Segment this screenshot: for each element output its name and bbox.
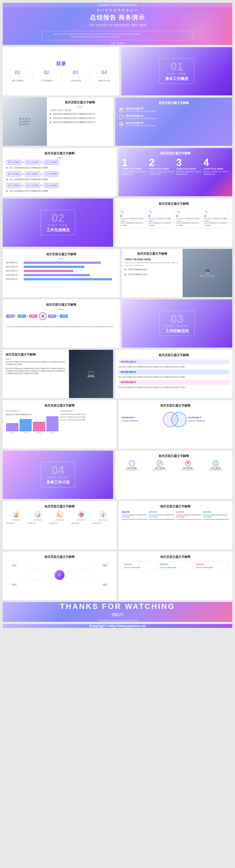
toc-line-2 <box>34 77 59 77</box>
card-title-2: 02 <box>148 215 171 217</box>
section-title-3: 相关页面主题文字解释 <box>50 100 110 104</box>
section-title-9: 相关页面主题文字解释 <box>125 252 180 256</box>
card-detail-3: 内容文字解释内容文字解释内容文字解释 <box>176 222 199 227</box>
chart-area: 稿关页面主题文字 解释内容文字解释内容解释内容文字 2014 2015 <box>6 410 58 434</box>
chart-desc: 解释内容文字解释内容解释内容文字 <box>6 413 58 416</box>
section-title-16: 相关页面主题文字解释 <box>6 504 113 508</box>
badge-text-3: 相关内容文字解释内容文字解释内容相关内容文字解释内容文字解释内容相关内容文字解释 <box>119 386 229 389</box>
bar-fill-5 <box>24 278 112 280</box>
photo-side: 🖥️ PPTSTORE <box>183 249 232 297</box>
gear-icon: ⚙ <box>39 312 47 320</box>
row-6: 相关页面主题文字解释 相关内容文字 相关内容文字 相关内容文字 相关内容文字 <box>3 249 232 297</box>
gear-box-text-5: 步骤5 <box>61 315 66 317</box>
card-underline-4 <box>204 221 210 221</box>
photo-placeholder: 🖥️ PPTSTORE <box>200 268 215 278</box>
inf-item-4: 🎯 稿关页面主题 <box>71 511 92 521</box>
bar-chart-bars: 2014 2015 2016 2017 <box>6 417 58 434</box>
icon-c1: 📄 <box>129 460 135 466</box>
row-4: 相关页面主题文字解释 进入人的初级 ▶ 进入人的初级 ▶ 进入人的初级 进入人的… <box>3 148 232 196</box>
process-arrow-1: ▶ <box>22 161 24 163</box>
process-arrow-6: ▶ <box>41 184 43 187</box>
num-text-3: 相关内容文字解释内容文字解释内容解释相关内容 <box>176 170 202 176</box>
process-items: 进入人的初级 ▶ 进入人的初级 ▶ 进入人的初级 进入人的初级相关内容文字解释内… <box>6 160 113 192</box>
svg-line-3 <box>60 575 97 583</box>
row-7: 相关页面主题文字解释 步骤1 ▶ 步骤2 ▶ 步骤3 <box>3 299 232 348</box>
final-card-3: 稿关页面 相关内容文字解释内容解释 <box>194 561 229 570</box>
badge-purple: 稿关页面主题文字 <box>119 360 229 364</box>
overlap-c2: 右 <box>171 412 186 427</box>
keyboard-image-side <box>3 98 47 146</box>
process-arrow-2: ▶ <box>41 161 43 163</box>
icon-card-3: 📅 TEXT WORD 内容文字解释内容文字 <box>175 460 201 470</box>
toc-item-2: 02 工作完成情况 <box>34 70 59 82</box>
accent-line-3 <box>77 107 83 107</box>
inf-label-1: 稿关页面主题 <box>12 519 21 521</box>
part04-title: 未来工作计划 <box>46 480 69 485</box>
inf-desc-text-3: 相关文字内容 <box>49 522 70 524</box>
process-row-1: 进入人的初级 ▶ 进入人的初级 ▶ 进入人的初级 <box>6 160 113 165</box>
toc-label-1: 基本工作概述 <box>12 80 24 82</box>
col-t-title-2: 稿关页面 <box>149 511 175 514</box>
inf-icon-4: 🎯 <box>78 511 85 519</box>
badge-text-2: 相关内容文字解释内容文字解释内容相关内容文字解释内容文字解释内容相关内容文字解释 <box>119 376 229 378</box>
bar-row-2: 相关内容文字 <box>6 266 116 268</box>
process-box-8: 进入人的初级 <box>25 183 40 188</box>
col-t-text-1: 相关内容文字解释内容文字解释内容相关内容文字解释 <box>122 514 148 518</box>
icon-desc-1: 相关内容文字解释内容文字解释内容解释 <box>126 110 155 113</box>
process-arrow-4: ▶ <box>41 173 43 175</box>
info-text-1: 相关内容文字解释相关内容文字解释相关内容文字 <box>53 113 95 116</box>
gear-arr-3: ▶ <box>57 315 59 317</box>
icon-c2-text: 内容文字解释内容文字 <box>153 469 167 470</box>
gear-arr-1: ▶ <box>15 315 17 317</box>
toc-label-4: 未来工作计划 <box>98 80 110 82</box>
pptstore-label: PPTSTORE <box>200 275 215 278</box>
badge-text-1: 相关内容文字解释内容文字解释内容相关内容文字解释内容文字解释内容相关内容文字解释 <box>119 366 229 368</box>
year-2016: 2016 <box>37 432 41 434</box>
venn-circles: 左 右 <box>165 410 186 429</box>
process-desc-3: 进入人的初级相关内容文字解释内容文字解释 <box>6 190 113 192</box>
bar-label-1: 相关内容文字 <box>6 261 23 264</box>
card-title-1: 01 <box>120 215 143 217</box>
part01-title: 基本工作概述 <box>165 76 188 81</box>
slide-part04: 04 PART FOUR 未来工作计划 <box>3 451 113 499</box>
slide-numbers-1234: 相关页面主题文字解释 1 YOUR TITLE HERE 相关内容文字解释内容文… <box>119 148 232 196</box>
process-box-2: 进入人的初级 <box>25 160 40 165</box>
toc-label-2: 工作完成情况 <box>41 80 52 82</box>
bar-label-4: 相关内容文字 <box>6 274 23 276</box>
gear-row-1: 步骤1 ▶ 步骤2 ▶ 步骤3 ⚙ 步骤4 <box>6 312 116 320</box>
toc-num-1: 01 <box>15 70 21 75</box>
topic-bullets: 内容文字解释内容文字 内容文字解释内容文字 <box>125 268 180 277</box>
card-title-4: 04 <box>204 215 227 217</box>
info-text-2: 相关内容文字解释相关内容文字解释相关内容文字 <box>53 117 95 120</box>
icon-2: 🏠 <box>119 114 124 120</box>
bar-fill-2016 <box>33 422 45 431</box>
bar-fill-2015 <box>20 419 32 431</box>
bar-label-2: 相关内容文字 <box>6 266 23 268</box>
num-col-2: 2 YOUR TITLE HERE 相关内容文字解释内容文字解释内容解释相关内容 <box>149 158 175 176</box>
part02-num: 02 <box>52 212 64 224</box>
toc-item-1: 01 基本工作概述 <box>5 70 30 82</box>
icon-card-2: 🔑 TEXT WORD 内容文字解释内容文字 <box>146 460 173 470</box>
gear-box-text-1: 步骤1 <box>8 315 12 317</box>
icon-row-1: 📊 稿关页面主题文字 相关内容文字解释内容文字解释内容解释 <box>119 107 229 113</box>
inf-icon-1: 🔔 <box>12 511 20 519</box>
c2-text: 右 <box>178 419 180 421</box>
inf-item-2: 📊 稿关页面主题 <box>28 511 48 521</box>
infographic-content: 🔔 稿关页面主题 📊 稿关页面主题 📐 稿关页面主题 🎯 稿关页面主题 <box>6 511 113 524</box>
num-text-1: 相关内容文字解释内容文字解释内容解释相关内容 <box>122 170 148 176</box>
col-t-bar-1 <box>122 519 148 520</box>
infographic-bottom-items: 相关文字内容 相关文字内容 相关文字内容 相关文字内容 相关文字内容 <box>6 522 113 524</box>
col-t-1: 稿关页面 相关内容文字解释内容文字解释内容相关内容文字解释 <box>122 511 148 520</box>
card-icon-sym-1: ○ <box>122 211 123 213</box>
big-num-2: 2 <box>149 158 175 167</box>
icon-c3: 📅 <box>185 460 191 466</box>
thanks-title: THANKS FOR WATCHING <box>60 602 175 611</box>
process-box-6: 进入人的初级 <box>43 172 59 177</box>
col-t-bar-2 <box>149 519 175 520</box>
final-card-2: 稿关页面 相关内容文字解释内容解释 <box>158 561 193 570</box>
inf-desc-text-2: 相关文字内容 <box>28 522 48 524</box>
p-dot-2 <box>6 179 8 180</box>
inf-desc-5: 相关文字内容 <box>93 522 113 524</box>
icon-cards: 📄 TEXT WORD 内容文字解释内容文字 🔑 TEXT WORD 内容文字解… <box>119 460 229 470</box>
part02-box: 02 PART TWO 工作完成情况 <box>40 210 75 235</box>
